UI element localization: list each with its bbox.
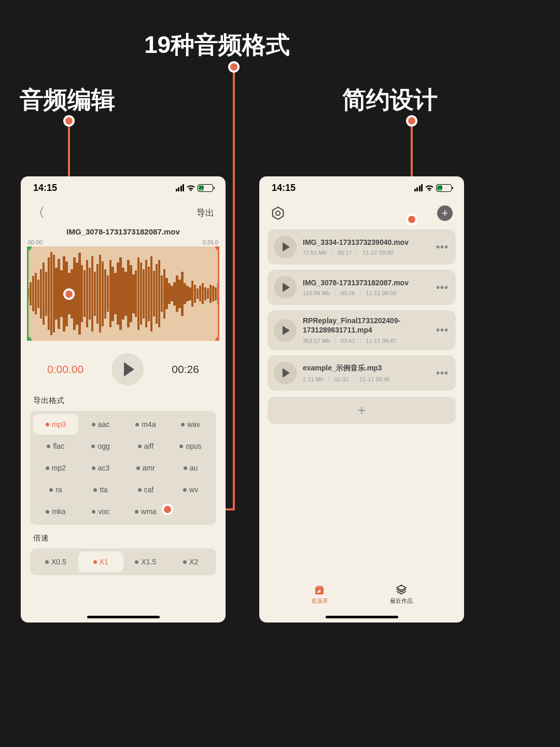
svg-rect-1 [315,587,324,594]
editor-screen: 14:15 25 〈 导出 IMG_3078-1731373182087.mov… [21,176,226,622]
status-time: 14:15 [272,183,296,193]
file-play-button[interactable] [274,276,297,299]
file-title: example_示例音乐.mp3 [303,364,436,373]
editor-filename: IMG_3078-1731373182087.mov [21,222,226,239]
format-chip-mp3[interactable]: mp3 [33,414,78,435]
connector-left-dot2 [63,288,75,300]
wf-start-time: 00.00 [28,239,43,245]
file-card[interactable]: RPReplay_Final1731202409-1731289631711.m… [268,310,456,350]
format-chip-opus[interactable]: opus [168,436,213,457]
library-screen: 14:15 25 + IMG_3334-1731373239040.mov77.… [259,176,464,622]
back-button[interactable]: 〈 [32,204,45,221]
signal-icon [176,184,185,191]
speed-chip-X2[interactable]: X2 [168,551,213,572]
format-chip-voc[interactable]: voc [78,501,123,522]
file-more-button[interactable]: ••• [436,367,449,379]
speed-chip-X1[interactable]: X1 [78,551,123,572]
home-indicator [87,616,160,618]
play-button[interactable] [111,353,144,385]
connector-left-dot1 [63,115,75,127]
file-meta: 77.51 Mb00:1711-12 09:00 [303,250,436,256]
file-list: IMG_3334-1731373239040.mov77.51 Mb00:171… [259,229,464,391]
wf-end-time: 0:26.0 [202,239,218,245]
format-chip-tta[interactable]: tta [78,479,123,500]
format-chip-caf[interactable]: caf [123,479,169,500]
file-play-button[interactable] [274,362,297,384]
format-chip-aac[interactable]: aac [78,414,123,435]
file-meta: 116.89 Mb00:2611-12 08:59 [303,290,436,296]
format-chip-wma[interactable]: wma [123,501,169,522]
format-chip-mka[interactable]: mka [33,501,78,522]
connector-top-dot2 [162,504,173,515]
speed-row: X0.5X1X1.5X2 [30,548,216,575]
time-current: 0:00.00 [47,363,83,376]
speed-section-label: 倍速 [21,530,226,548]
add-button[interactable]: + [437,205,453,221]
trim-handle-right[interactable] [218,246,219,341]
file-title: IMG_3078-1731373182087.mov [303,279,436,287]
format-chip-ogg[interactable]: ogg [78,436,123,457]
format-chip-amr[interactable]: amr [123,458,169,478]
speed-chip-X0.5[interactable]: X0.5 [33,551,78,572]
format-chip-au[interactable]: au [168,458,213,478]
wifi-icon [425,184,434,191]
tab-library[interactable]: 资源库 [311,584,328,605]
callout-right: 简约设计 [342,84,438,116]
connector-top-dot1 [228,61,240,73]
home-indicator [326,616,398,618]
status-bar: 14:15 25 [21,176,226,199]
signal-icon [414,184,423,191]
battery-icon: 25 [436,184,452,192]
format-chip-ac3[interactable]: ac3 [78,458,123,478]
file-card[interactable]: IMG_3078-1731373182087.mov116.89 Mb00:26… [268,270,456,305]
file-more-button[interactable]: ••• [436,282,449,294]
format-chip-ra[interactable]: ra [33,479,78,500]
settings-icon[interactable] [271,206,285,220]
callout-top: 19种音频格式 [144,29,290,61]
svg-point-0 [276,211,280,215]
format-chip-wv[interactable]: wv [168,479,213,500]
status-bar: 14:15 25 [259,176,464,199]
file-more-button[interactable]: ••• [436,324,449,336]
file-meta: 363.57 Mb03:4111-11 09:47 [303,338,436,344]
file-meta: 2.11 Mb01:3211-11 09:46 [303,376,436,382]
format-chip-flac[interactable]: flac [33,436,78,457]
file-play-button[interactable] [274,236,297,258]
add-file-button[interactable]: + [268,397,456,424]
format-chip-mp2[interactable]: mp2 [33,458,78,478]
battery-icon: 25 [198,184,213,192]
format-section-label: 导出格式 [21,393,226,411]
file-title: RPReplay_Final1731202409-1731289631711.m… [303,316,436,335]
time-total: 00:26 [172,363,199,376]
connector-right-dot2 [406,214,417,225]
format-chip-m4a[interactable]: m4a [123,414,169,435]
connector-right-dot1 [406,115,417,127]
file-card[interactable]: example_示例音乐.mp32.11 Mb01:3211-11 09:46•… [268,355,456,391]
export-button[interactable]: 导出 [197,207,214,219]
waveform[interactable]: 00.00 0:26.0 [27,239,219,342]
speed-chip-X1.5[interactable]: X1.5 [123,551,169,572]
format-chip-wav[interactable]: wav [168,414,213,435]
trim-handle-left[interactable] [27,246,29,341]
callout-left: 音频编辑 [20,84,115,116]
svg-rect-2 [316,586,323,587]
file-title: IMG_3334-1731373239040.mov [303,238,436,246]
file-play-button[interactable] [274,319,297,342]
format-grid: mp3aacm4awavflacoggaiffopusmp2ac3amraura… [30,411,216,525]
connector-top-vert [233,61,235,510]
status-time: 14:15 [33,183,57,193]
tab-recent[interactable]: 最近作品 [390,584,413,605]
wifi-icon [186,184,195,191]
file-card[interactable]: IMG_3334-1731373239040.mov77.51 Mb00:171… [268,229,456,265]
file-more-button[interactable]: ••• [436,241,449,253]
format-chip-aiff[interactable]: aiff [123,436,169,457]
